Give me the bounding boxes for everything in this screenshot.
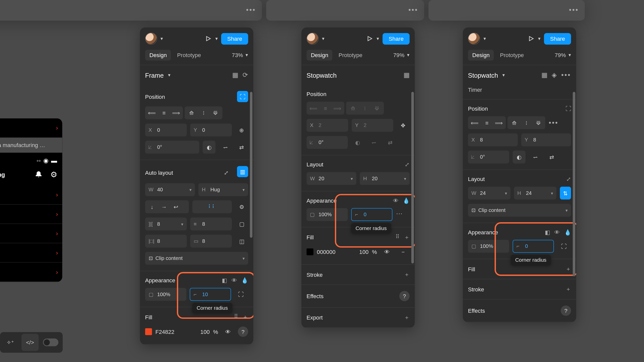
absolute-position-icon[interactable]: ⊕ (235, 124, 248, 137)
y-field[interactable]: Y8 (521, 133, 571, 146)
align-top-icon[interactable]: ⟰ (185, 107, 197, 118)
height-field[interactable]: H20▾ (360, 172, 410, 185)
align-h-center-icon[interactable]: ≡ (158, 107, 170, 118)
tab-prototype[interactable]: Prototype (496, 50, 528, 61)
individual-corners-icon[interactable]: ⛶ (234, 288, 247, 301)
opacity-field[interactable]: ▢100% (307, 208, 348, 221)
corner-radius-field[interactable]: ⌐ 0 (351, 208, 392, 221)
height-field[interactable]: HHug▾ (198, 183, 248, 196)
add-icon[interactable]: ＋ (566, 285, 571, 293)
blend-icon[interactable]: ◧ (545, 229, 550, 236)
list-item[interactable]: › (0, 205, 62, 224)
share-button[interactable]: Share (544, 33, 571, 44)
direction-wrap-icon[interactable]: ↩ (170, 201, 182, 212)
zoom-level[interactable]: 73%▾ (232, 52, 248, 59)
alignment-box[interactable]: ⠇⠇ (192, 200, 232, 213)
tab-prototype[interactable]: Prototype (334, 50, 367, 61)
align-right-icon[interactable]: ⟹ (493, 117, 505, 128)
x-field[interactable]: X8 (468, 133, 518, 146)
align-right-icon[interactable]: ⟹ (170, 107, 182, 118)
present-button[interactable] (366, 35, 373, 42)
frame-name[interactable]: Stopwatch (307, 71, 337, 79)
height-field[interactable]: H24▾ (514, 187, 556, 199)
chevron-down-icon[interactable]: ▾ (215, 36, 218, 41)
fill-opacity[interactable]: 100 (200, 328, 210, 335)
add-icon[interactable]: ＋ (243, 313, 248, 321)
chevron-down-icon[interactable]: ▾ (484, 36, 486, 41)
add-icon[interactable]: ＋ (404, 271, 410, 279)
more-icon[interactable]: ••• (561, 71, 571, 79)
corner-radius-field[interactable]: ⌐ 10 (190, 288, 231, 301)
align-top-icon[interactable]: ⟰ (508, 117, 520, 128)
dev-mode-button[interactable]: </> (21, 334, 38, 351)
frame-name[interactable]: Stopwatch (468, 71, 498, 79)
v-gap-field[interactable]: ≡8 (190, 217, 232, 230)
x-field[interactable]: X2 (307, 119, 348, 132)
width-field[interactable]: W40▾ (145, 183, 195, 196)
list-item[interactable]: › (0, 185, 62, 205)
tab-prototype[interactable]: Prototype (173, 50, 205, 61)
present-button[interactable] (528, 35, 535, 42)
align-left-icon[interactable]: ⟸ (469, 117, 481, 128)
list-item[interactable]: › (0, 243, 62, 263)
ai-sparkle-button[interactable]: ✧⁺ (2, 334, 19, 351)
direction-horizontal-icon[interactable]: → (158, 201, 170, 212)
blend-icon[interactable]: ◧ (222, 277, 227, 284)
remove-icon[interactable]: − (397, 245, 410, 258)
more-transforms-icon[interactable]: ⇄ (235, 141, 248, 154)
droplet-icon[interactable]: 💧 (241, 277, 248, 284)
avatar[interactable] (307, 33, 319, 45)
droplet-icon[interactable]: 💧 (403, 197, 410, 204)
rotation-field[interactable]: ⟀0° (307, 136, 348, 149)
present-button[interactable] (205, 35, 212, 42)
add-icon[interactable]: ＋ (404, 314, 410, 322)
component-grid-icon[interactable]: ▦ (232, 71, 238, 79)
visibility-icon[interactable]: 👁 (222, 325, 234, 338)
list-item[interactable]: › (0, 224, 62, 243)
h-padding-field[interactable]: |□|8 (145, 235, 187, 248)
fill-hex[interactable]: 000000 (317, 249, 356, 255)
styles-icon[interactable]: ⠿ (395, 233, 400, 241)
fill-swatch[interactable] (145, 328, 152, 335)
width-field[interactable]: W24▾ (468, 187, 510, 199)
component-grid-icon[interactable]: ▦ (541, 71, 547, 79)
collapse-icon[interactable]: ⤢ (220, 166, 233, 179)
width-field[interactable]: W20▾ (307, 172, 356, 185)
move-icon[interactable]: ✥ (397, 119, 410, 132)
more-icon[interactable]: ••• (246, 6, 256, 14)
bell-icon[interactable]: 🔔︎ (35, 170, 43, 179)
align-v-center-icon[interactable]: ⁝ (197, 107, 210, 118)
tab-design[interactable]: Design (307, 50, 333, 61)
help-button[interactable]: ? (399, 291, 410, 301)
help-button[interactable]: ? (238, 327, 248, 337)
y-field[interactable]: Y0 (190, 124, 232, 137)
v-padding-field[interactable]: ▭8 (190, 235, 232, 248)
h-gap-field[interactable]: ]|[8▾ (145, 217, 187, 230)
flip-v-icon[interactable]: ⥋ (219, 141, 232, 154)
visibility-icon[interactable]: 👁 (380, 245, 393, 258)
rotation-field[interactable]: ⟀0° (468, 151, 509, 163)
visibility-icon[interactable]: 👁 (554, 229, 560, 236)
zoom-level[interactable]: 79%▾ (555, 52, 571, 59)
share-button[interactable]: Share (383, 33, 410, 44)
fill-hex[interactable]: F24822 (155, 328, 197, 335)
visibility-icon[interactable]: 👁 (393, 197, 398, 204)
align-bottom-icon[interactable]: ⟱ (210, 107, 222, 118)
flip-h-icon[interactable]: ◐ (513, 151, 526, 163)
clip-content-select[interactable]: ⊡ Clip content▾ (468, 204, 571, 217)
rotation-field[interactable]: ⟀0° (145, 141, 199, 154)
dev-mode-toggle[interactable] (43, 339, 58, 346)
add-icon[interactable]: ＋ (404, 233, 410, 241)
more-transforms-icon[interactable]: ⇄ (545, 151, 558, 163)
styles-icon[interactable]: ⠿ (234, 313, 238, 321)
tidy-icon[interactable]: ⟳ (243, 71, 248, 79)
chevron-down-icon[interactable]: ▾ (168, 72, 171, 78)
list-item[interactable]: › (0, 263, 62, 282)
align-left-icon[interactable]: ⟸ (146, 107, 158, 118)
frame-bounds-button[interactable]: ⛶ (566, 106, 571, 112)
ruler-icon[interactable]: ◈ (552, 71, 557, 79)
help-button[interactable]: ? (561, 305, 571, 316)
flip-v-icon[interactable]: ⥋ (529, 151, 542, 163)
align-h-center-icon[interactable]: ≡ (481, 117, 493, 128)
constrain-proportions-icon[interactable]: ⇅ (560, 187, 571, 199)
